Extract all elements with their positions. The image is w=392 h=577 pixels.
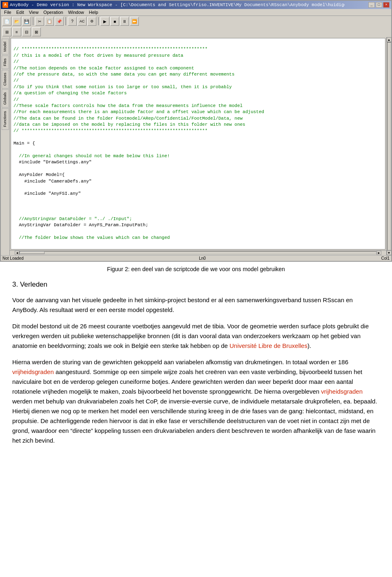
grid-button[interactable]: ⊞ bbox=[2, 27, 11, 36]
toolbar-row1: 📄 📂 💾 ✂ 📋 📌 ? AC ⚙ ▶ ■ ⏸ ⏩ bbox=[1, 16, 391, 27]
scroll-thumb-h[interactable] bbox=[20, 252, 45, 254]
paragraph-1-text: Voor de aanvang van het visuele gedeelte… bbox=[12, 296, 353, 313]
tool-extra[interactable]: ⚙ bbox=[87, 17, 96, 26]
table-button[interactable]: ⊠ bbox=[32, 27, 41, 36]
code-content: // *************************************… bbox=[11, 38, 385, 249]
status-middle: Ln0 bbox=[199, 256, 206, 261]
menubar: File Edit View Operation Window Help bbox=[1, 9, 391, 16]
close-button[interactable]: × bbox=[383, 2, 390, 8]
main-content: 3. Verleden Voor de aanvang van het visu… bbox=[0, 281, 392, 464]
paragraph-2-after: ). bbox=[307, 342, 311, 349]
new-button[interactable]: 📄 bbox=[2, 17, 11, 26]
paragraph-1: Voor de aanvang van het visuele gedeelte… bbox=[12, 295, 380, 315]
menu-view[interactable]: View bbox=[27, 9, 41, 15]
titlebar: A AnyBody - Demo version : New Workspace… bbox=[1, 1, 391, 9]
app-icon: A bbox=[2, 2, 8, 8]
open-button[interactable]: 📂 bbox=[12, 17, 21, 26]
paragraph-2-text: Dit model bestond uit de 26 meest couran… bbox=[12, 323, 369, 349]
scroll-track-h bbox=[20, 251, 376, 254]
highlight-vrijheidsgraden-2: vrijheidsgraden bbox=[321, 388, 363, 395]
paragraph-3: Hierna werden de sturing van de gewricht… bbox=[12, 357, 380, 446]
menu-window[interactable]: Window bbox=[66, 9, 87, 15]
ide-window: A AnyBody - Demo version : New Workspace… bbox=[0, 0, 392, 262]
tool-ac[interactable]: AC bbox=[78, 17, 87, 26]
scroll-right-button[interactable]: ► bbox=[376, 251, 381, 255]
scroll-left-button[interactable]: ◄ bbox=[15, 251, 20, 255]
help-button[interactable]: ? bbox=[68, 17, 77, 26]
paste-button[interactable]: 📌 bbox=[55, 17, 64, 26]
ulb-link[interactable]: Université Libre de Bruxelles bbox=[229, 342, 307, 349]
highlight-vrijheidsgraden-1: vrijheidsgraden bbox=[12, 368, 54, 375]
sidebar-tab-functions[interactable]: Functions bbox=[2, 108, 9, 130]
save-button[interactable]: 💾 bbox=[22, 17, 31, 26]
status-right: Col1 bbox=[381, 256, 390, 261]
p3-start: Hierna werden de sturing van de gewricht… bbox=[12, 359, 348, 365]
scroll-down-button[interactable]: ▼ bbox=[387, 250, 392, 255]
forward-button[interactable]: ⏩ bbox=[130, 17, 139, 26]
sidebar-tab-files[interactable]: Files bbox=[2, 56, 9, 69]
tree-button[interactable]: ⊟ bbox=[22, 27, 31, 36]
section-title: Verleden bbox=[20, 281, 47, 288]
figure-caption-text: Figuur 2: een deel van de scriptcode die… bbox=[107, 266, 285, 272]
scrollbar-vertical[interactable]: ▲ ▼ bbox=[386, 37, 391, 255]
editor-area: // *************************************… bbox=[10, 37, 386, 255]
scroll-up-button[interactable]: ▲ bbox=[387, 37, 392, 42]
code-editor[interactable]: // *************************************… bbox=[11, 38, 385, 250]
sep3 bbox=[98, 17, 99, 25]
section-heading: 3. Verleden bbox=[12, 281, 380, 289]
sidebar-tab-classes[interactable]: Classes bbox=[2, 70, 9, 89]
play-button[interactable]: ▶ bbox=[100, 17, 109, 26]
figure-caption: Figuur 2: een deel van de scriptcode die… bbox=[0, 266, 392, 272]
sidebar-tab-globals[interactable]: Globals bbox=[2, 89, 9, 108]
paragraph-2: Dit model bestond uit de 26 meest couran… bbox=[12, 321, 380, 351]
list-button[interactable]: ≡ bbox=[12, 27, 21, 36]
step-button[interactable]: ⏸ bbox=[120, 17, 129, 26]
maximize-button[interactable]: □ bbox=[376, 2, 382, 8]
cut-button[interactable]: ✂ bbox=[35, 17, 44, 26]
menu-operation[interactable]: Operation bbox=[41, 9, 65, 15]
window-title: AnyBody - Demo version : New Workspace -… bbox=[10, 2, 345, 7]
stop-button[interactable]: ■ bbox=[110, 17, 119, 26]
minimize-button[interactable]: _ bbox=[368, 2, 375, 8]
titlebar-left: A AnyBody - Demo version : New Workspace… bbox=[2, 2, 345, 8]
menu-edit[interactable]: Edit bbox=[14, 9, 27, 15]
menu-help[interactable]: Help bbox=[87, 9, 101, 15]
statusbar: Not Loaded Ln0 Col1 bbox=[1, 255, 391, 261]
copy-button[interactable]: 📋 bbox=[45, 17, 54, 26]
ide-main-area: Model Files Classes Globals Functions //… bbox=[1, 37, 391, 255]
p3-mid: aangestuurd. Sommige op een simpele wijz… bbox=[12, 368, 362, 395]
sidebar-tab-model[interactable]: Model bbox=[2, 39, 9, 55]
sep2 bbox=[65, 17, 66, 25]
scroll-track-v bbox=[387, 42, 391, 250]
ide-sidebar: Model Files Classes Globals Functions bbox=[1, 37, 10, 255]
menu-file[interactable]: File bbox=[2, 9, 14, 15]
p3-end: werden met behulp van drukvariabelen zoa… bbox=[12, 398, 377, 444]
ulb-link-text: Université Libre de Bruxelles bbox=[229, 342, 307, 349]
sep1 bbox=[33, 17, 33, 25]
status-left: Not Loaded bbox=[2, 256, 24, 261]
scrollbar-horizontal[interactable]: ◄ ► bbox=[10, 250, 386, 255]
section-number: 3. bbox=[12, 281, 20, 288]
toolbar-row2: ⊞ ≡ ⊟ ⊠ bbox=[1, 27, 391, 37]
window-controls: _ □ × bbox=[368, 2, 390, 8]
